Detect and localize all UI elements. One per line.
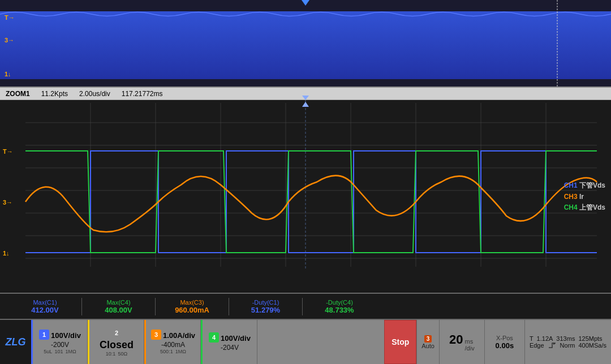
trigger-rate: 125Mpts	[578, 335, 602, 342]
measurement-max-c3: Max(C3) 960.00mA	[156, 298, 229, 315]
svg-text:3→: 3→	[3, 199, 12, 206]
meas-value-max-c3: 960.00mA	[175, 306, 209, 314]
ch4-badge: 4	[209, 332, 219, 343]
ch1-sub3: 1MΩ	[65, 349, 76, 354]
main-waveform-area: T→ 3→ 1↓ CH1 下管Vds CH3 Ir CH4 上管Vds	[0, 100, 611, 293]
bottom-bar: ZLG 1 100V/div -200V 5uL 101 1MΩ 2 Close…	[0, 319, 611, 364]
meas-value-duty-c1: 51.279%	[251, 306, 280, 314]
auto-block: 3 Auto	[416, 320, 440, 364]
time-div-label: 2.00us/div	[79, 90, 110, 98]
ch2-closed-label: Closed	[100, 339, 134, 351]
zlg-logo: ZLG	[0, 320, 31, 364]
svg-text:3→: 3→	[5, 37, 14, 44]
ch3-sub1: 500:1	[160, 349, 173, 354]
trigger-row-2: Edge Norm 400MSa/s	[530, 342, 606, 349]
trigger-edge-icon	[548, 342, 557, 349]
ch3-sub2: 1MΩ	[175, 349, 186, 354]
meas-label-max-c4: Max(C4)	[106, 299, 130, 306]
legend-ch3: CH3 Ir	[564, 193, 605, 201]
svg-marker-24	[302, 102, 309, 107]
trigger-T-label: T	[530, 335, 533, 342]
svg-text:1↓: 1↓	[3, 250, 10, 257]
trigger-edge-label: Edge	[530, 342, 544, 349]
time-div-unit-ms: ms	[465, 338, 474, 345]
meas-label-duty-c1: -Duty(C1)	[252, 299, 279, 306]
trigger-block: T 1.12A 313ms 125Mpts Edge Norm 400MSa/s	[524, 320, 611, 364]
ch1-sub2: 101	[54, 349, 63, 354]
measurement-duty-c4: -Duty(C4) 48.733%	[303, 298, 376, 315]
meas-value-max-c1: 412.00V	[31, 306, 58, 314]
time-div-block[interactable]: 20 ms /div	[440, 320, 485, 364]
svg-text:T→: T→	[3, 148, 13, 155]
channel-2-block[interactable]: 2 Closed 10:1 50Ω	[88, 320, 144, 364]
ch1-main-value: 100V/div	[51, 331, 81, 340]
trigger-T-value: 1.12A	[537, 335, 553, 342]
svg-text:1↓: 1↓	[5, 71, 11, 77]
measurement-max-c4: Max(C4) 408.00V	[82, 298, 156, 315]
oscilloscope: T→ 3→ 1↓ ZOOM1 11.2Kpts 2.00us/div 117.2…	[0, 0, 611, 364]
zoom-trigger-arrow	[302, 96, 309, 100]
zoom-label: ZOOM1	[6, 90, 30, 98]
meas-value-duty-c4: 48.733%	[325, 306, 354, 314]
xpos-value: 0.00s	[496, 341, 514, 350]
meas-label-max-c3: Max(C3)	[180, 299, 204, 306]
trigger-norm-label: Norm	[560, 342, 575, 349]
ch1-sub1: 5uL	[44, 349, 52, 354]
ch1-badge: 1	[39, 330, 49, 340]
legend-ch4: CH4 上管Vds	[564, 203, 605, 213]
time-div-value: 20	[449, 332, 463, 347]
kpts-label: 11.2Kpts	[41, 90, 68, 98]
xpos-block[interactable]: X-Pos 0.00s	[485, 320, 524, 364]
ch3-offset: -400mA	[161, 341, 185, 349]
meas-label-max-c1: Max(C1)	[33, 299, 57, 306]
trigger-time: 313ms	[556, 335, 575, 342]
channel-1-block[interactable]: 1 100V/div -200V 5uL 101 1MΩ	[31, 320, 88, 364]
time-div-unit-div: /div	[465, 345, 475, 352]
main-waveform-svg: T→ 3→ 1↓	[0, 100, 611, 293]
auto-label: Auto	[421, 343, 434, 349]
xpos-label: X-Pos	[496, 335, 513, 341]
channel-3-block[interactable]: 3 1.00A/div -400mA 500:1 1MΩ	[144, 320, 201, 364]
ch4-main-value: 100V/div	[221, 334, 251, 343]
time-offset-label: 117.21772ms	[122, 90, 163, 98]
meas-label-duty-c4: -Duty(C4)	[326, 299, 353, 306]
measurements-bar: Max(C1) 412.00V Max(C4) 408.00V Max(C3) …	[0, 293, 611, 319]
overview-waveform-svg: T→ 3→ 1↓	[0, 0, 611, 86]
overview-area: T→ 3→ 1↓	[0, 0, 611, 88]
ch3-main-value: 1.00A/div	[163, 331, 195, 340]
meas-value-max-c4: 408.00V	[105, 306, 132, 314]
ch4-offset: -204V	[221, 344, 239, 352]
zoom-info-bar: ZOOM1 11.2Kpts 2.00us/div 117.21772ms	[0, 88, 611, 100]
trigger-sample-label: 400MSa/s	[578, 342, 606, 349]
ch2-sub2: 50Ω	[118, 351, 127, 357]
ch1-offset: -200V	[51, 341, 69, 349]
channel-4-block[interactable]: 4 100V/div -204V	[201, 320, 257, 364]
auto-ch3-badge: 3	[424, 335, 432, 343]
svg-text:T→: T→	[5, 14, 15, 21]
ch2-sub1: 10:1	[106, 351, 116, 357]
legend: CH1 下管Vds CH3 Ir CH4 上管Vds	[564, 181, 605, 213]
measurement-max-c1: Max(C1) 412.00V	[8, 298, 82, 315]
legend-ch1: CH1 下管Vds	[564, 181, 605, 190]
stop-button[interactable]: Stop	[384, 320, 416, 364]
measurement-duty-c1: -Duty(C1) 51.279%	[229, 298, 303, 315]
ch3-badge: 3	[151, 330, 161, 340]
trigger-row-1: T 1.12A 313ms 125Mpts	[530, 335, 603, 342]
right-controls: Stop 3 Auto 20 ms /div X-Pos	[384, 320, 611, 364]
ch2-badge: 2	[111, 328, 122, 338]
svg-rect-0	[0, 11, 611, 79]
